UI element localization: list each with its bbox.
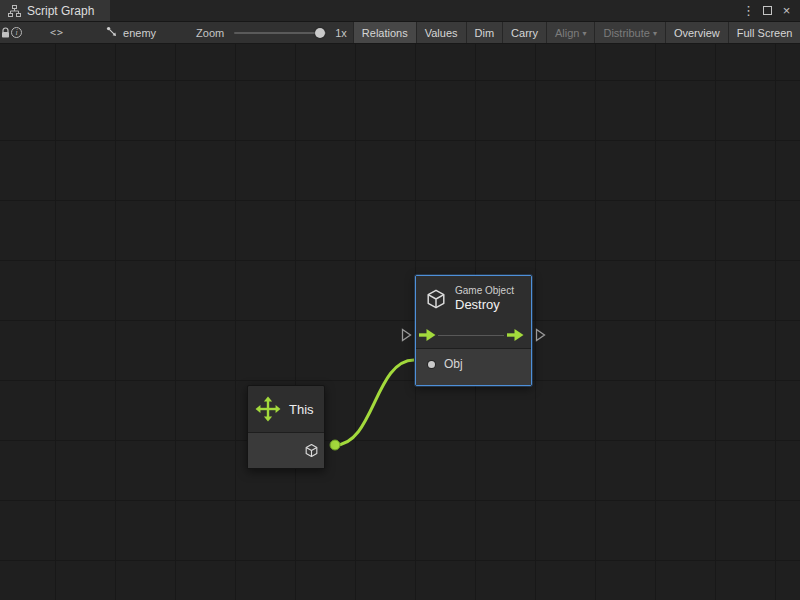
- zoom-slider[interactable]: [234, 22, 326, 43]
- carry-label: Carry: [511, 27, 538, 39]
- close-icon[interactable]: ×: [778, 2, 795, 19]
- carry-button[interactable]: Carry: [502, 22, 546, 43]
- zoom-control: Zoom 1x: [196, 22, 353, 43]
- maximize-box: [763, 6, 772, 15]
- tab-script-graph[interactable]: Script Graph: [0, 0, 110, 21]
- chevron-down-icon: ▾: [582, 29, 586, 38]
- zoom-label: Zoom: [196, 27, 224, 39]
- window-controls: ⋮ ×: [740, 0, 800, 21]
- node-type-label: Game Object: [455, 285, 514, 298]
- connection-start-dot[interactable]: [330, 440, 340, 450]
- info-icon[interactable]: i: [11, 22, 22, 43]
- game-object-cube-icon: [425, 288, 447, 310]
- align-dropdown[interactable]: Align▾: [546, 22, 594, 43]
- obj-port-dot[interactable]: [428, 361, 435, 368]
- chevron-down-icon: ▾: [653, 29, 657, 38]
- graph-name-label: enemy: [123, 27, 156, 39]
- connection-wire[interactable]: [335, 360, 414, 445]
- obj-port-label: Obj: [444, 357, 463, 371]
- graph-asset-reference[interactable]: enemy: [106, 22, 156, 43]
- fullscreen-label: Full Screen: [737, 27, 793, 39]
- overview-label: Overview: [674, 27, 720, 39]
- flow-input-port-triangle[interactable]: [401, 328, 412, 342]
- this-output-cube-icon: [304, 443, 319, 458]
- node-destroy[interactable]: Game Object Destroy Obj: [415, 275, 532, 386]
- script-graph-window: Script Graph ⋮ × i <>: [0, 0, 800, 600]
- lock-icon[interactable]: [0, 22, 11, 43]
- script-graph-icon: [8, 5, 21, 17]
- relation-line: [438, 335, 504, 336]
- flow-output-arrow-icon[interactable]: [507, 329, 524, 342]
- this-node-header: This: [248, 386, 324, 432]
- relations-label: Relations: [362, 27, 408, 39]
- zoom-slider-track[interactable]: [234, 32, 326, 34]
- titlebar: Script Graph ⋮ ×: [0, 0, 800, 22]
- node-title-label: Destroy: [455, 297, 514, 313]
- relations-button[interactable]: Relations: [353, 22, 416, 43]
- dim-button[interactable]: Dim: [466, 22, 503, 43]
- obj-input-row[interactable]: Obj: [416, 349, 531, 379]
- code-view-icon[interactable]: <>: [50, 22, 64, 43]
- this-node-output-row[interactable]: [248, 432, 324, 468]
- zoom-value: 1x: [335, 27, 347, 39]
- distribute-dropdown[interactable]: Distribute▾: [594, 22, 664, 43]
- flow-row: [416, 322, 531, 348]
- info-glyph: i: [11, 27, 22, 38]
- graph-canvas[interactable]: Game Object Destroy Obj: [0, 44, 800, 600]
- values-label: Values: [425, 27, 458, 39]
- graph-asset-icon: [106, 26, 118, 40]
- overview-button[interactable]: Overview: [665, 22, 728, 43]
- align-label: Align: [555, 27, 579, 39]
- connection-layer: [0, 44, 800, 600]
- dim-label: Dim: [475, 27, 495, 39]
- distribute-label: Distribute: [603, 27, 649, 39]
- this-move-icon: [255, 396, 281, 422]
- this-node-title: This: [289, 402, 314, 417]
- maximize-icon[interactable]: [759, 2, 776, 19]
- toolbar-buttons: Relations Values Dim Carry Align▾ Distri…: [353, 22, 800, 43]
- flow-output-port-triangle[interactable]: [535, 328, 546, 342]
- destroy-node-body: Obj: [416, 349, 531, 385]
- graph-toolbar: i <> enemy Zoom 1x Relations: [0, 22, 800, 44]
- zoom-slider-knob[interactable]: [315, 28, 325, 38]
- destroy-node-titles: Game Object Destroy: [455, 285, 514, 314]
- values-button[interactable]: Values: [416, 22, 466, 43]
- fullscreen-button[interactable]: Full Screen: [728, 22, 800, 43]
- flow-input-arrow-icon[interactable]: [419, 329, 436, 342]
- window-tab-title: Script Graph: [27, 4, 94, 18]
- node-this[interactable]: This: [247, 385, 325, 469]
- code-glyph: <>: [50, 27, 64, 38]
- destroy-node-header: Game Object Destroy: [416, 276, 531, 322]
- kebab-menu-icon[interactable]: ⋮: [740, 2, 757, 19]
